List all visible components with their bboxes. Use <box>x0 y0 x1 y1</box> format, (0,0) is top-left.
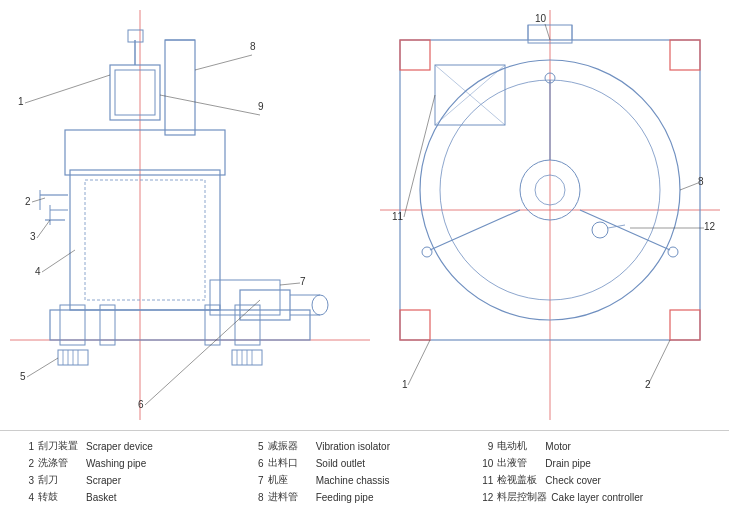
legend-en: Vibration isolator <box>316 441 390 452</box>
legend-en: Basket <box>86 492 117 503</box>
legend-zh: 进料管 <box>268 490 312 504</box>
svg-rect-19 <box>65 130 225 175</box>
svg-rect-23 <box>115 70 155 115</box>
svg-text:2: 2 <box>25 196 31 207</box>
legend-number: 2 <box>20 458 34 469</box>
legend-number: 6 <box>250 458 264 469</box>
right-diagram: 10 11 12 1 2 8 <box>380 10 720 420</box>
legend-en: Soild outlet <box>316 458 365 469</box>
legend-en: Scraper device <box>86 441 153 452</box>
svg-line-39 <box>32 198 45 202</box>
legend-en: Drain pipe <box>545 458 591 469</box>
svg-rect-59 <box>400 310 430 340</box>
legend-number: 9 <box>479 441 493 452</box>
left-diagram: 1 2 3 4 5 6 7 8 9 <box>10 10 370 420</box>
svg-line-82 <box>404 95 435 217</box>
svg-rect-3 <box>60 305 85 345</box>
svg-rect-17 <box>70 170 220 310</box>
legend-number: 4 <box>20 492 34 503</box>
svg-line-41 <box>37 220 50 238</box>
svg-rect-20 <box>165 40 195 135</box>
svg-rect-5 <box>205 305 220 345</box>
legend-row: 11检视盖板Check cover <box>479 473 709 487</box>
svg-text:9: 9 <box>258 101 264 112</box>
legend-row: 9电动机Motor <box>479 439 709 453</box>
legend-en: Check cover <box>545 475 601 486</box>
legend-number: 12 <box>479 492 493 503</box>
legend-col-2: 5减振器Vibration isolator6出料口Soild outlet7机… <box>250 439 480 504</box>
svg-line-53 <box>160 95 260 115</box>
svg-line-37 <box>25 75 110 103</box>
svg-line-88 <box>648 340 670 385</box>
legend-number: 8 <box>250 492 264 503</box>
legend-row: 12料层控制器Cake layer controller <box>479 490 709 504</box>
svg-point-34 <box>312 295 328 315</box>
legend-zh: 电动机 <box>497 439 541 453</box>
svg-line-45 <box>27 358 58 377</box>
legend-en: Washing pipe <box>86 458 146 469</box>
svg-point-69 <box>422 247 432 257</box>
legend-container: 1刮刀装置Scraper device2洗涤管Washing pipe3刮刀Sc… <box>0 430 729 515</box>
svg-text:12: 12 <box>704 221 716 232</box>
svg-rect-60 <box>670 310 700 340</box>
legend-zh: 检视盖板 <box>497 473 541 487</box>
legend-zh: 减振器 <box>268 439 312 453</box>
svg-text:5: 5 <box>20 371 26 382</box>
legend-number: 3 <box>20 475 34 486</box>
svg-line-90 <box>680 183 698 190</box>
legend-zh: 出料口 <box>268 456 312 470</box>
legend-en: Feeding pipe <box>316 492 374 503</box>
svg-line-49 <box>280 283 300 285</box>
legend-number: 11 <box>479 475 493 486</box>
legend-number: 7 <box>250 475 264 486</box>
legend-zh: 转鼓 <box>38 490 82 504</box>
svg-rect-6 <box>235 305 260 345</box>
legend-row: 6出料口Soild outlet <box>250 456 480 470</box>
svg-text:1: 1 <box>18 96 24 107</box>
svg-text:6: 6 <box>138 399 144 410</box>
legend-zh: 刮刀 <box>38 473 82 487</box>
legend-row: 1刮刀装置Scraper device <box>20 439 250 453</box>
legend-row: 5减振器Vibration isolator <box>250 439 480 453</box>
svg-line-86 <box>408 340 430 385</box>
svg-rect-22 <box>110 65 160 120</box>
svg-line-47 <box>145 300 260 405</box>
legend-en: Machine chassis <box>316 475 390 486</box>
svg-line-78 <box>608 225 625 228</box>
svg-rect-57 <box>400 40 430 70</box>
svg-point-70 <box>668 247 678 257</box>
svg-text:8: 8 <box>250 41 256 52</box>
legend-zh: 刮刀装置 <box>38 439 82 453</box>
svg-text:7: 7 <box>300 276 306 287</box>
legend-row: 2洗涤管Washing pipe <box>20 456 250 470</box>
svg-text:1: 1 <box>402 379 408 390</box>
legend-row: 7机座Machine chassis <box>250 473 480 487</box>
svg-text:10: 10 <box>535 13 547 24</box>
legend-en: Cake layer controller <box>551 492 643 503</box>
legend-zh: 出液管 <box>497 456 541 470</box>
svg-text:11: 11 <box>392 211 404 222</box>
svg-text:3: 3 <box>30 231 36 242</box>
svg-text:4: 4 <box>35 266 41 277</box>
legend-row: 4转鼓Basket <box>20 490 250 504</box>
legend-col-1: 1刮刀装置Scraper device2洗涤管Washing pipe3刮刀Sc… <box>20 439 250 504</box>
legend-en: Motor <box>545 441 571 452</box>
legend-zh: 洗涤管 <box>38 456 82 470</box>
svg-line-51 <box>195 55 252 70</box>
legend-zh: 料层控制器 <box>497 490 547 504</box>
svg-rect-4 <box>100 305 115 345</box>
legend-number: 10 <box>479 458 493 469</box>
svg-rect-58 <box>670 40 700 70</box>
legend-zh: 机座 <box>268 473 312 487</box>
svg-text:8: 8 <box>698 176 704 187</box>
diagram-container: 1 2 3 4 5 6 7 8 9 <box>0 0 729 430</box>
legend-en: Scraper <box>86 475 121 486</box>
legend-number: 5 <box>250 441 264 452</box>
legend-row: 3刮刀Scraper <box>20 473 250 487</box>
legend-col-3: 9电动机Motor10出液管Drain pipe11检视盖板Check cove… <box>479 439 709 504</box>
legend-number: 1 <box>20 441 34 452</box>
svg-line-80 <box>545 24 550 40</box>
legend-row: 8进料管Feeding pipe <box>250 490 480 504</box>
legend-row: 10出液管Drain pipe <box>479 456 709 470</box>
svg-rect-18 <box>85 180 205 300</box>
